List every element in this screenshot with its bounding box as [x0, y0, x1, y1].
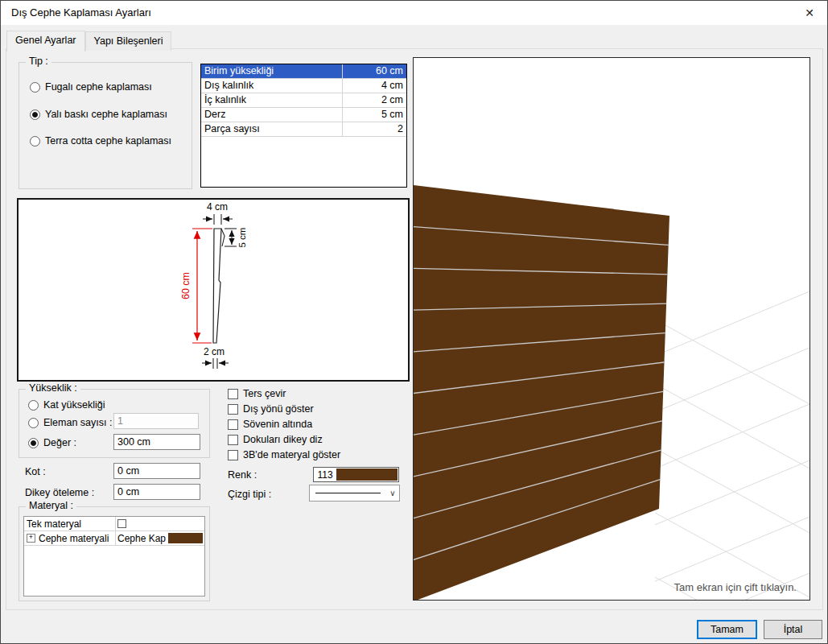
material-color-swatch[interactable]	[168, 533, 203, 543]
siding-wall	[414, 185, 669, 600]
checkbox-ters-cevir[interactable]: Ters çevir	[228, 387, 286, 400]
radio-icon[interactable]	[30, 82, 40, 93]
tab-yapi-bilesenleri[interactable]: Yapı Bileşenleri	[85, 31, 172, 51]
checkbox-label: Dış yönü göster	[243, 403, 314, 415]
expand-icon[interactable]: +	[27, 534, 35, 543]
dim-bottom-label: 2 cm	[204, 346, 225, 357]
checkbox-icon[interactable]	[228, 450, 238, 460]
board-lap-edge	[221, 229, 225, 246]
table-row-ic-kalinlik[interactable]: İç kalınlık 2 cm	[201, 93, 406, 108]
material-group-label: Materyal :	[26, 500, 76, 511]
dim-top-label: 4 cm	[207, 201, 228, 213]
checkbox-sovenin-altinda[interactable]: Sövenin altında	[228, 418, 312, 431]
line-type-dropdown[interactable]: ∨	[309, 485, 400, 502]
radio-fugali-cephe[interactable]: Fugalı cephe kaplaması	[30, 80, 152, 93]
param-label: Birim yüksekliği	[201, 64, 343, 78]
radio-icon[interactable]	[28, 418, 39, 428]
param-label: Parça sayısı	[201, 122, 343, 136]
dim-height-label: 60 cm	[180, 272, 192, 299]
color-index-value: 113	[314, 469, 336, 481]
height-group-label: Yükseklik :	[26, 382, 80, 394]
material-row-label: Tek materyal	[24, 517, 116, 530]
table-row-dis-kalinlik[interactable]: Dış kalınlık 4 cm	[201, 79, 406, 93]
checkbox-label: Sövenin altında	[243, 419, 312, 430]
color-swatch[interactable]	[336, 469, 398, 481]
fullscreen-hint-text: Tam ekran için çift tıklayın.	[674, 581, 797, 593]
title-bar: Dış Cephe Kaplaması Ayarları ✕	[1, 1, 827, 25]
material-row-tek-materyal[interactable]: Tek materyal	[24, 517, 204, 531]
radio-deger[interactable]: Değer :	[28, 436, 76, 449]
tab-strip: Genel Ayarlar Yapı Bileşenleri	[6, 29, 171, 51]
material-table: Tek materyal + Cephe materyali Cephe Kap	[23, 516, 205, 597]
profile-drawing: 4 cm 5 cm 60 cm 2 cm	[19, 200, 406, 378]
tab-genel-ayarlar[interactable]: Genel Ayarlar	[6, 31, 85, 52]
param-label: Derz	[201, 108, 343, 122]
checkbox-label: Dokuları dikey diz	[243, 434, 323, 445]
dikey-oteleme-label: Dikey öteleme :	[25, 486, 94, 499]
material-value-text: Cephe Kap	[117, 533, 166, 544]
checkbox-icon[interactable]	[228, 389, 238, 399]
parameters-table: Birim yüksekliği 60 cm Dış kalınlık 4 cm…	[200, 64, 407, 188]
radio-label: Kat yüksekliği	[43, 399, 105, 411]
radio-label: Yalı baskı cephe kaplaması	[45, 109, 167, 120]
kot-label: Kot :	[25, 465, 46, 478]
dialog-title: Dış Cephe Kaplaması Ayarları	[11, 1, 151, 25]
renk-label: Renk :	[228, 469, 257, 481]
tek-materyal-checkbox[interactable]	[117, 519, 126, 528]
material-row-value	[116, 517, 204, 530]
table-row-birim-yuksekligi[interactable]: Birim yüksekliği 60 cm	[201, 64, 406, 79]
close-icon[interactable]: ✕	[792, 1, 827, 25]
checkbox-3b-materyal-goster[interactable]: 3B'de materyal göster	[228, 448, 340, 461]
cizgi-tipi-label: Çizgi tipi :	[228, 488, 271, 501]
tamam-button[interactable]: Tamam	[697, 620, 757, 639]
material-row-value: Cephe Kap	[116, 531, 204, 545]
preview-render	[414, 58, 809, 600]
table-row-parca-sayisi[interactable]: Parça sayısı 2	[201, 122, 406, 137]
checkbox-icon[interactable]	[228, 435, 238, 445]
dim-lap-label: 5 cm	[237, 228, 247, 248]
tip-group-label: Tip :	[26, 56, 51, 67]
checkbox-dokulari-dikey-diz[interactable]: Dokuları dikey diz	[228, 433, 323, 446]
param-value[interactable]: 2	[343, 122, 406, 136]
param-value[interactable]: 4 cm	[343, 79, 406, 93]
3d-preview-panel[interactable]: Tam ekran için çift tıklayın.	[413, 57, 810, 601]
eleman-sayisi-input[interactable]	[113, 413, 199, 429]
iptal-button[interactable]: İptal	[764, 620, 822, 639]
radio-label: Eleman sayısı :	[43, 417, 112, 428]
param-label: Dış kalınlık	[201, 79, 343, 93]
param-value[interactable]: 5 cm	[343, 108, 406, 122]
material-row-cephe-materyali[interactable]: + Cephe materyali Cephe Kap	[24, 531, 204, 546]
radio-kat-yuksekligi[interactable]: Kat yüksekliği	[28, 398, 105, 411]
radio-icon[interactable]	[28, 400, 39, 411]
checkbox-icon[interactable]	[228, 419, 238, 430]
radio-terra-cotta-cephe[interactable]: Terra cotta cephe kaplaması	[30, 134, 171, 147]
param-value[interactable]: 60 cm	[343, 64, 406, 78]
material-row-label-wrap: + Cephe materyali	[24, 531, 116, 545]
radio-yali-baski-cephe[interactable]: Yalı baskı cephe kaplaması	[30, 108, 167, 121]
radio-icon[interactable]	[30, 136, 40, 147]
color-picker-control[interactable]: 113	[313, 467, 399, 482]
radio-label: Terra cotta cephe kaplaması	[45, 135, 171, 147]
param-label: İç kalınlık	[201, 93, 343, 107]
checkbox-label: Ters çevir	[243, 388, 286, 399]
floor-grid	[655, 291, 809, 600]
chevron-down-icon: ∨	[386, 489, 399, 497]
radio-eleman-sayisi[interactable]: Eleman sayısı :	[28, 416, 112, 429]
material-row-label: Cephe materyali	[39, 533, 109, 544]
board-profile-outline	[213, 229, 221, 343]
deger-input[interactable]	[113, 434, 200, 450]
radio-label: Değer :	[43, 437, 76, 448]
checkbox-icon[interactable]	[228, 404, 238, 415]
dikey-oteleme-input[interactable]	[113, 484, 200, 500]
line-type-sample	[315, 493, 381, 493]
checkbox-dis-yonu-goster[interactable]: Dış yönü göster	[228, 402, 314, 415]
kot-input[interactable]	[113, 463, 200, 479]
radio-icon[interactable]	[28, 438, 39, 448]
param-value[interactable]: 2 cm	[343, 93, 406, 107]
radio-label: Fugalı cephe kaplaması	[45, 81, 152, 93]
cross-section-diagram: 4 cm 5 cm 60 cm 2 cm	[17, 198, 410, 382]
dialog-window: Dış Cephe Kaplaması Ayarları ✕ Genel Aya…	[0, 0, 828, 644]
table-row-derz[interactable]: Derz 5 cm	[201, 108, 406, 122]
checkbox-label: 3B'de materyal göster	[243, 449, 340, 460]
radio-icon[interactable]	[30, 109, 40, 120]
